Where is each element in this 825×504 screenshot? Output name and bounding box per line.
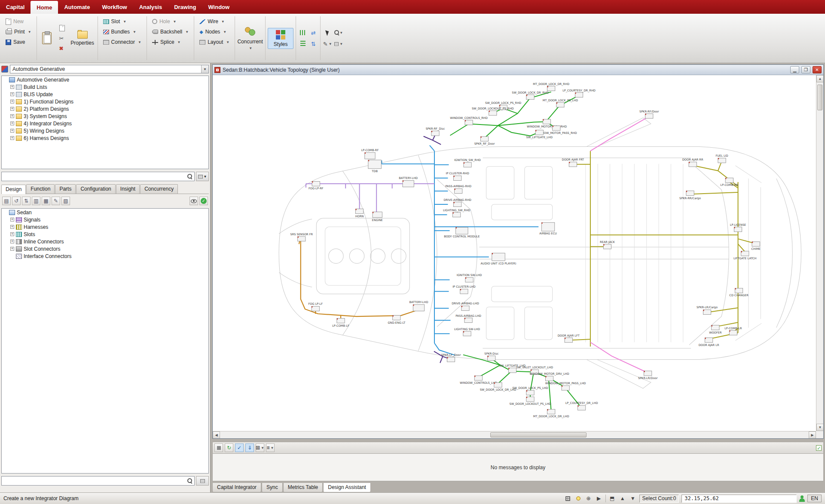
wire-tweeter-rf[interactable]: [424, 137, 441, 145]
device-pass-airbag-lhd[interactable]: PASS-AIRBAG-LHD: [455, 314, 481, 323]
show-errors-toggle[interactable]: ⇓: [245, 443, 254, 452]
wire-body-harness[interactable]: [571, 339, 590, 340]
device-fog-lp-rf[interactable]: FOG-LP-RF: [309, 181, 324, 190]
select-tool-button[interactable]: [323, 28, 332, 37]
layout-button[interactable]: Layout▼: [196, 37, 232, 47]
device-spkr-rr-cargo[interactable]: SPKR-RR/Cargo: [679, 191, 701, 200]
tab-configuration[interactable]: Configuration: [76, 184, 115, 194]
wire-speaker-rf[interactable]: [590, 117, 648, 151]
tree-item-interface-connectors[interactable]: +Interface Connectors: [2, 252, 208, 260]
tab-concurrency[interactable]: Concurrency: [140, 184, 178, 194]
tree-item-1-functional-designs[interactable]: +1) Functional Designs: [2, 98, 208, 105]
wire-body-harness[interactable]: [693, 192, 738, 194]
styles-button[interactable]: Styles: [268, 28, 293, 49]
device-window-motor-drv-lhd[interactable]: WINDOW_MOTOR_DRV_LHD: [530, 372, 569, 381]
project-search-options-button[interactable]: ▼: [196, 172, 209, 181]
wire-door-harness-rh[interactable]: [450, 124, 498, 135]
tree-item-build-lists[interactable]: +Build Lists: [2, 83, 208, 91]
tab-design-assistant[interactable]: Design Assistant: [323, 483, 371, 492]
device-ignition-sw-lhd[interactable]: IGNITION SW-LHD: [457, 273, 482, 282]
horizontal-scroll-thumb[interactable]: [490, 432, 587, 437]
menu-item-drawing[interactable]: Drawing: [168, 0, 202, 14]
message-options-button[interactable]: ≡▼: [266, 443, 275, 452]
vertical-scroll-thumb[interactable]: [817, 85, 822, 110]
device-fog-lp-lf[interactable]: FOG LP-LF: [308, 302, 323, 311]
device-spkr-lr-door[interactable]: SPKR-LR/Door: [638, 371, 658, 380]
device-tdb[interactable]: TDB: [368, 160, 381, 173]
device-sw-door-lock-ps-lhd[interactable]: SW_DOOR_LOCK_PS_LHD: [512, 386, 548, 395]
device-mt-door-lock-dr-lhd[interactable]: MT_DOOR_LOCK_DR_LHD: [533, 409, 569, 418]
tree-item-slots[interactable]: +Slots: [2, 231, 208, 238]
scroll-up-arrow[interactable]: ▲: [816, 75, 823, 82]
document-titlebar[interactable]: Sedan:B:Hatchback:Vehicle Topology (Sing…: [213, 65, 823, 75]
device-window-motor-pass-lhd[interactable]: WINDOW_MOTOR_PASS_LHD: [545, 382, 586, 390]
scroll-left-arrow[interactable]: ◀: [213, 431, 220, 438]
minimize-button[interactable]: ▁: [790, 66, 799, 73]
tree-item-slot-connectors[interactable]: +Slot Connectors: [2, 245, 208, 252]
tree-expander[interactable]: +: [10, 129, 14, 133]
draw-tool-button[interactable]: ✎▼: [323, 39, 332, 49]
tree-expander[interactable]: +: [10, 225, 14, 229]
device-chime[interactable]: CHIME: [751, 242, 760, 251]
device-battery-lhd[interactable]: BATTERY-LHD: [399, 176, 418, 187]
autocheck-icon[interactable]: ✓: [816, 445, 822, 451]
device-horn[interactable]: HORN: [355, 209, 364, 218]
device-lighting-sw-lhd[interactable]: LIGHTING SW-LHD: [454, 328, 480, 336]
design-search-input[interactable]: [1, 476, 195, 486]
tree-item-5-wiring-designs[interactable]: +5) Wiring Designs: [2, 127, 208, 134]
device-window-controls-lhd[interactable]: WINDOW_CONTROLS_LHD: [460, 376, 497, 385]
layer-down-button[interactable]: ▼: [629, 495, 637, 502]
device-battery-lhd[interactable]: BATTERY-LHD: [409, 301, 428, 311]
design-search-options-button[interactable]: [196, 476, 209, 486]
device-lp-courtesy-dr-rhd[interactable]: LP_COURTESY_DR_RHD: [562, 89, 596, 97]
slot-button[interactable]: Slot▼: [100, 16, 144, 27]
device-nodes[interactable]: MT_DOOR_LOCK_DR_RHDLP_COURTESY_DR_RHDSW_…: [290, 82, 760, 419]
device-door-ajar-lft[interactable]: DOOR AJAR LFT: [558, 334, 580, 343]
stop-button[interactable]: [214, 443, 223, 452]
device-lp-comb-lf[interactable]: LP-COMB-LF: [332, 319, 349, 328]
device-door-ajar-frt[interactable]: DOOR AJAR FRT: [562, 158, 584, 167]
device-lighting-sw-rhd[interactable]: LIGHTING_SW_RHD: [443, 209, 470, 217]
columns-button[interactable]: ▧: [61, 197, 70, 205]
restore-button[interactable]: ❐: [801, 66, 810, 73]
tree-item-3-system-designs[interactable]: +3) System Designs: [2, 112, 208, 120]
device-door-ajar-rr[interactable]: DOOR AJAR RR: [682, 158, 703, 167]
menu-item-automate[interactable]: Automate: [58, 0, 96, 14]
device-spkr-lr-cargo[interactable]: SPKR-LR/Cargo: [697, 306, 718, 314]
wire-door-harness-rh[interactable]: [485, 125, 498, 138]
project-search-input[interactable]: [1, 172, 195, 181]
tree-expander[interactable]: +: [10, 85, 14, 89]
annotate-tool-button[interactable]: ▼: [334, 39, 343, 49]
tree-expander[interactable]: +: [10, 136, 14, 140]
vertical-scrollbar[interactable]: ▲ ▼: [816, 75, 823, 431]
tree-item-inline-connectors[interactable]: +Inline Connectors: [2, 238, 208, 245]
device-lp-license[interactable]: LP-LICENSE: [730, 223, 746, 232]
device-cd-changer[interactable]: CD CHANGER: [729, 288, 749, 297]
device-door-ajar-lr[interactable]: DOOR AJAR LR: [699, 338, 719, 347]
space-objects-button[interactable]: [298, 39, 308, 49]
menu-item-analysis[interactable]: Analysis: [133, 0, 168, 14]
vehicle-topology-diagram[interactable]: MT_DOOR_LOCK_DR_RHDLP_COURTESY_DR_RHDSW_…: [213, 75, 816, 431]
tree-expander[interactable]: +: [10, 100, 14, 103]
tab-capital-integrator[interactable]: Capital Integrator: [212, 483, 261, 492]
device-spkr-rf-door[interactable]: SPKR-RF/Door: [639, 110, 659, 118]
device-ignition-sw-rhd[interactable]: IGNITION_SW_RHD: [454, 158, 481, 167]
wire-button[interactable]: Wire▼: [196, 16, 232, 27]
tree-item-signals[interactable]: +Signals: [2, 216, 208, 223]
tab-insight[interactable]: Insight: [116, 184, 140, 194]
tree-expander[interactable]: +: [10, 218, 14, 222]
distribute-objects-button[interactable]: ⇄: [309, 28, 318, 37]
visibility-button[interactable]: [189, 197, 198, 205]
group-messages-button[interactable]: ⊞▼: [256, 443, 264, 452]
tab-metrics-table[interactable]: Metrics Table: [283, 483, 323, 492]
tree-item-4-integrator-designs[interactable]: +4) Integrator Designs: [2, 120, 208, 127]
device-rear-jack[interactable]: REAR JACK: [600, 240, 615, 249]
sort-button[interactable]: ⇅: [22, 197, 31, 205]
align-objects-button[interactable]: [298, 28, 308, 37]
wire-door-harness-lh[interactable]: [498, 371, 511, 383]
device-mt-door-lock-ps-lhd[interactable]: MT_DOOR_LOCK_PS_LHD: [543, 99, 578, 107]
device-liftgate-latch[interactable]: LIFTGATE LATCH: [733, 251, 757, 260]
hole-button[interactable]: Hole▼: [149, 16, 192, 27]
nodes-button[interactable]: ◆Nodes▼: [196, 27, 232, 37]
menu-item-capital[interactable]: Capital: [0, 0, 31, 14]
